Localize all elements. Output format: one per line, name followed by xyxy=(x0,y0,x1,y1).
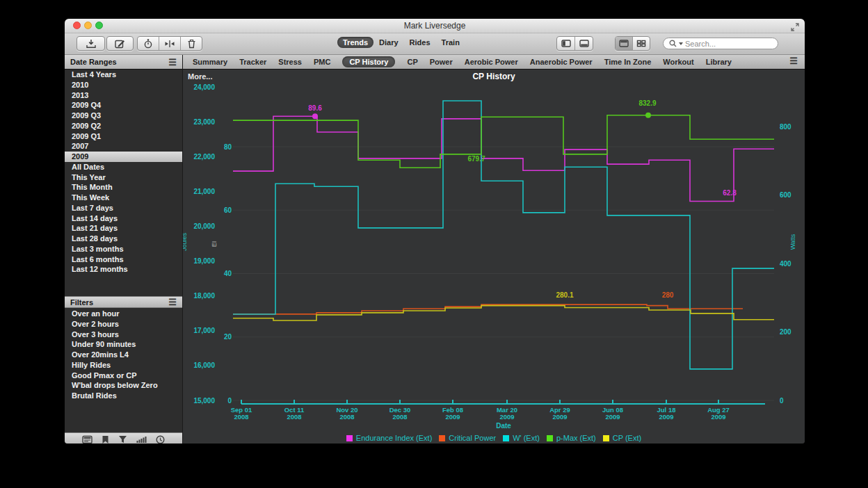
ei-tick-label: 60 xyxy=(224,206,232,214)
filter-item[interactable]: Over 3 hours xyxy=(65,330,182,340)
date-range-item[interactable]: This Week xyxy=(65,193,182,203)
filter-item[interactable]: Over 2 hours xyxy=(65,319,182,330)
tiled-view-button[interactable] xyxy=(633,37,650,50)
toggle-sidebar-button[interactable] xyxy=(557,37,575,50)
filters-menu-icon[interactable]: ☰ xyxy=(168,298,177,307)
series-value-label: 280 xyxy=(662,291,674,299)
mode-rides[interactable]: Rides xyxy=(404,37,436,48)
date-range-item[interactable]: Last 7 days xyxy=(65,203,182,213)
date-range-item[interactable]: 2009 Q3 xyxy=(65,111,182,121)
filter-item[interactable]: Over an hour xyxy=(65,309,182,319)
search-options-caret[interactable] xyxy=(679,42,683,45)
zoom-button[interactable] xyxy=(95,22,103,29)
close-button[interactable] xyxy=(73,22,81,29)
filter-item[interactable]: Brutal Rides xyxy=(65,391,182,401)
chart-bars-icon[interactable] xyxy=(136,435,147,444)
legend-swatch xyxy=(603,435,609,441)
date-range-item[interactable]: 2009 xyxy=(65,152,182,162)
mode-trends[interactable]: Trends xyxy=(337,37,373,48)
date-ranges-menu-icon[interactable]: ☰ xyxy=(168,58,177,67)
date-range-item[interactable]: 2007 xyxy=(65,141,182,152)
mode-diary[interactable]: Diary xyxy=(373,37,404,48)
tabbed-view-button[interactable] xyxy=(616,37,633,50)
legend-item: p-Max (Ext) xyxy=(547,434,596,442)
tab-aerobic-power[interactable]: Aerobic Power xyxy=(465,58,518,66)
tiled-layout-icon xyxy=(636,40,646,47)
date-range-item[interactable]: Last 6 months xyxy=(65,254,182,265)
date-range-item[interactable]: Last 21 days xyxy=(65,223,182,234)
date-range-item[interactable]: 2009 Q2 xyxy=(65,121,182,131)
calendar-icon[interactable] xyxy=(82,435,93,444)
series-value-label: 280.1 xyxy=(556,291,573,299)
date-range-item[interactable]: 2013 xyxy=(65,90,182,101)
series-marker xyxy=(645,113,651,118)
filter-item[interactable]: Under 90 minutes xyxy=(65,339,182,350)
filter-item[interactable]: W'bal drops below Zero xyxy=(65,380,182,391)
titlebar[interactable]: Mark Liversedge xyxy=(65,19,805,33)
tab-time-in-zone[interactable]: Time In Zone xyxy=(604,58,652,66)
date-range-item[interactable]: Last 28 days xyxy=(65,234,182,244)
x-tick-label: Aug 272009 xyxy=(707,406,730,421)
filter-item[interactable]: Good Pmax or CP xyxy=(65,371,182,381)
bookmark-icon[interactable] xyxy=(102,435,109,444)
legend-item: Critical Power xyxy=(439,434,496,442)
watts-tick-label: 400 xyxy=(780,260,791,268)
ei-tick-label: 20 xyxy=(224,333,232,341)
filter-item[interactable]: Hilly Rides xyxy=(65,360,182,371)
mode-train[interactable]: Train xyxy=(436,37,465,48)
tab-cp-history[interactable]: CP History xyxy=(342,56,395,67)
stopwatch-button[interactable] xyxy=(138,37,159,50)
legend-label: Critical Power xyxy=(449,434,496,442)
tab-library[interactable]: Library xyxy=(706,58,732,66)
tab-stress[interactable]: Stress xyxy=(278,58,302,66)
series-p-max-ext- xyxy=(233,115,774,168)
watts-axis-title: Watts xyxy=(789,234,796,250)
toggle-lowbar-button[interactable] xyxy=(575,37,593,50)
series-marker xyxy=(312,113,318,119)
tab-cp[interactable]: CP xyxy=(407,58,417,66)
download-icon xyxy=(86,39,97,49)
tab-tracker[interactable]: Tracker xyxy=(239,58,266,66)
x-tick-label: Jun 082009 xyxy=(602,406,623,421)
tab-bar-menu-icon[interactable]: ☰ xyxy=(789,56,798,65)
date-range-item[interactable]: Last 12 months xyxy=(65,264,182,275)
search-input[interactable]: Search... xyxy=(663,38,778,49)
date-range-item[interactable]: All Dates xyxy=(65,162,182,172)
legend-label: p-Max (Ext) xyxy=(556,434,596,442)
x-tick-label: Jul 182009 xyxy=(657,406,676,421)
chart-pane: More... CP History 24,00023,00022,00021,… xyxy=(183,70,805,444)
tab-power[interactable]: Power xyxy=(430,58,453,66)
header-row: Date Ranges ☰ SummaryTrackerStressPMCCP … xyxy=(65,55,805,70)
date-range-item[interactable]: This Year xyxy=(65,172,182,183)
filter-item[interactable]: Over 20mins L4 xyxy=(65,350,182,360)
date-range-item[interactable]: 2009 Q1 xyxy=(65,131,182,142)
series-value-label: 832.9 xyxy=(638,99,656,107)
tab-workout[interactable]: Workout xyxy=(663,58,693,66)
fullscreen-icon[interactable] xyxy=(791,22,799,30)
date-range-item[interactable]: 2010 xyxy=(65,80,182,90)
ride-actions-group xyxy=(137,36,202,51)
tab-anaerobic-power[interactable]: Anaerobic Power xyxy=(530,58,593,66)
date-range-item[interactable]: This Month xyxy=(65,182,182,193)
filters-header: Filters ☰ xyxy=(65,296,182,308)
legend-label: W' (Ext) xyxy=(513,434,540,442)
joules-tick-label: 17,000 xyxy=(193,327,215,334)
filters-title: Filters xyxy=(70,298,93,307)
minimize-button[interactable] xyxy=(84,22,92,29)
download-button[interactable] xyxy=(77,36,105,51)
joules-tick-label: 22,000 xyxy=(193,153,215,161)
series-cp-ext- xyxy=(233,306,774,320)
date-range-item[interactable]: 2009 Q4 xyxy=(65,100,182,111)
date-range-item[interactable]: Last 14 days xyxy=(65,213,182,224)
clock-icon[interactable] xyxy=(156,435,165,444)
split-ride-button[interactable] xyxy=(159,37,181,50)
legend-swatch xyxy=(503,435,509,441)
date-range-item[interactable]: Last 3 months xyxy=(65,244,182,254)
date-range-item[interactable]: Last 4 Years xyxy=(65,70,182,80)
delete-ride-button[interactable] xyxy=(181,37,202,50)
tab-summary[interactable]: Summary xyxy=(193,58,227,66)
filter-funnel-icon[interactable] xyxy=(118,435,127,444)
edit-ride-button[interactable] xyxy=(106,36,134,51)
tab-pmc[interactable]: PMC xyxy=(314,58,330,66)
x-tick-label: Oct 112008 xyxy=(284,406,305,421)
